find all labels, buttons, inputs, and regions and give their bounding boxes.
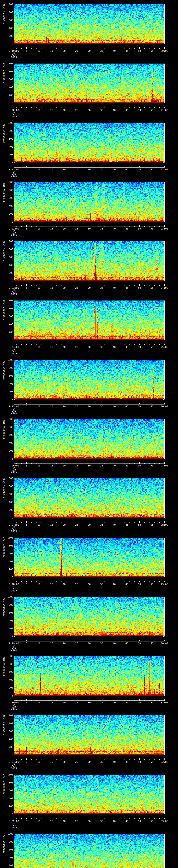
y-tick-label: 800 (4, 485, 13, 487)
x-tick (29, 759, 29, 760)
y-tick-label: 200 (4, 35, 13, 37)
spectrogram-panel-9:30:00: Frequency (Hz)02004006008001000510152025… (0, 652, 178, 711)
x-tick (16, 581, 17, 582)
x-tick (71, 522, 72, 523)
y-tick-label: 200 (4, 687, 13, 689)
x-tick-label: 15 (47, 465, 56, 467)
x-tick (94, 107, 94, 108)
x-tick (69, 226, 69, 226)
spectrogram-canvas (14, 241, 165, 281)
x-tick (49, 226, 49, 226)
y-tick-label: 1000 (4, 240, 13, 242)
x-tick (41, 344, 42, 345)
y-tick-label: 600 (4, 671, 13, 673)
x-tick (47, 700, 47, 701)
x-tick (104, 226, 105, 226)
x-tick (52, 225, 52, 226)
x-tick-label: 10 (35, 583, 43, 585)
end-time-label: 26:00 (157, 405, 172, 407)
y-tick-label: 800 (4, 663, 13, 665)
spectrogram-canvas (14, 301, 165, 340)
x-tick (52, 106, 52, 108)
x-tick-label: 25 (72, 761, 81, 763)
x-tick (24, 226, 24, 226)
x-tick-label: 40 (110, 227, 119, 230)
x-tick-label: 55 (148, 465, 156, 467)
x-tick (71, 581, 72, 582)
y-tick-label: 0 (4, 398, 13, 401)
spectrogram-canvas (14, 597, 165, 637)
x-tick (71, 226, 72, 226)
x-tick-label: 30 (85, 50, 93, 52)
end-time-label: 22:00 (157, 168, 172, 170)
spectrogram-canvas (14, 360, 165, 399)
x-tick (19, 107, 19, 108)
x-tick-label: 25 (72, 287, 81, 289)
x-tick (104, 404, 105, 404)
x-tick (82, 463, 82, 464)
x-tick (66, 818, 67, 819)
x-tick (87, 759, 87, 760)
x-tick (26, 48, 27, 49)
x-tick-label: 15 (47, 227, 56, 230)
x-tick (122, 700, 122, 701)
x-tick-label: 30 (85, 227, 93, 230)
x-tick-label: 55 (148, 109, 156, 111)
x-tick (117, 226, 117, 226)
x-tick (24, 107, 24, 108)
y-tick-label: 1000 (4, 655, 13, 657)
date-line: 2015 (2, 827, 26, 829)
x-tick (144, 167, 145, 167)
x-tick (77, 581, 77, 582)
x-tick (144, 463, 145, 464)
x-tick (66, 581, 67, 582)
x-tick (77, 758, 77, 760)
x-tick (71, 818, 72, 819)
x-tick (66, 344, 67, 345)
y-tick-left (14, 695, 15, 696)
x-tick (64, 640, 64, 641)
x-tick (77, 699, 77, 701)
y-tick-right (163, 162, 165, 163)
x-tick (16, 463, 17, 464)
x-tick (54, 404, 54, 404)
end-time-label: 20:00 (157, 50, 172, 52)
x-tick (87, 818, 87, 819)
x-tick-label: 20 (60, 702, 68, 704)
y-tick-label: 600 (4, 612, 13, 614)
x-tick (26, 462, 27, 464)
x-tick (47, 759, 47, 760)
x-tick (64, 166, 64, 167)
spectrogram-panel-9:23:00: Frequency (Hz)02004006008001000510152025… (0, 237, 178, 296)
x-tick-label: 35 (97, 50, 106, 52)
x-tick (36, 167, 37, 167)
x-tick (14, 106, 14, 108)
x-tick (44, 641, 44, 641)
x-tick-label: 50 (135, 287, 144, 289)
y-tick-label: 800 (4, 604, 13, 606)
x-tick-label: 50 (135, 642, 144, 644)
y-tick-label: 600 (4, 493, 13, 495)
x-tick-label: 50 (135, 109, 144, 111)
end-time-label: 21:00 (157, 109, 172, 111)
y-tick-label: 800 (4, 841, 13, 843)
x-tick (94, 404, 94, 404)
spectrogram-panel-9:21:00: Frequency (Hz)02004006008001000510152025… (0, 119, 178, 178)
x-tick (29, 818, 29, 819)
x-tick (29, 285, 29, 286)
y-tick-label: 400 (4, 442, 13, 444)
date-line: 2015 (2, 767, 26, 769)
x-tick-label: 25 (72, 168, 81, 170)
x-tick (26, 344, 27, 345)
date-line: 2015 (2, 708, 26, 710)
x-tick (94, 226, 94, 226)
x-tick-label: 25 (72, 346, 81, 348)
x-tick (26, 166, 27, 167)
x-tick (14, 462, 14, 464)
spectrogram-panel-9:32:00: Frequency (Hz)02004006008001000510152025… (0, 770, 178, 830)
x-tick (44, 759, 44, 760)
x-tick (117, 167, 117, 167)
x-tick (69, 285, 69, 286)
x-tick (77, 48, 77, 49)
y-tick-label: 800 (4, 130, 13, 132)
